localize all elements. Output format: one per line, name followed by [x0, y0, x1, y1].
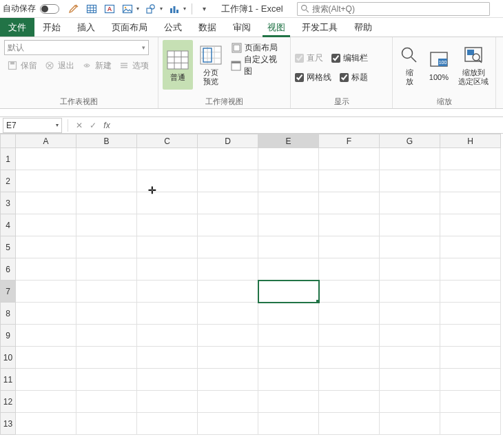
cell[interactable]: [319, 413, 380, 435]
row-header[interactable]: 11: [1, 369, 16, 391]
column-header[interactable]: C: [137, 134, 198, 148]
cell[interactable]: [198, 303, 258, 325]
cell[interactable]: [440, 170, 501, 192]
cell[interactable]: [258, 347, 319, 369]
cell[interactable]: [198, 281, 258, 303]
cell[interactable]: [258, 170, 319, 192]
cell[interactable]: [198, 236, 258, 258]
cell[interactable]: [440, 281, 501, 303]
cell[interactable]: [258, 391, 319, 413]
cell[interactable]: [380, 214, 440, 236]
cell[interactable]: [319, 236, 380, 258]
cell[interactable]: [198, 391, 258, 413]
cell[interactable]: [16, 148, 76, 170]
cell[interactable]: [440, 258, 501, 281]
row-header[interactable]: 2: [1, 170, 16, 192]
cell[interactable]: [380, 413, 440, 435]
tab-data[interactable]: 数据: [190, 18, 225, 37]
cell[interactable]: [319, 391, 380, 413]
row-header[interactable]: 1: [1, 148, 16, 170]
row-header[interactable]: 10: [1, 347, 16, 369]
cell[interactable]: [380, 303, 440, 325]
sheetview-new-button[interactable]: 新建: [79, 58, 114, 73]
cell[interactable]: [319, 281, 380, 303]
cell[interactable]: [137, 258, 198, 281]
spreadsheet-grid[interactable]: ABCDEFGH12345678910111213 ✛: [0, 134, 503, 435]
cell[interactable]: [137, 369, 198, 391]
column-header[interactable]: G: [380, 134, 440, 148]
select-all-corner[interactable]: [1, 134, 16, 148]
search-box[interactable]: [297, 2, 490, 16]
row-header[interactable]: 4: [1, 214, 16, 236]
cell[interactable]: [319, 148, 380, 170]
row-header[interactable]: 5: [1, 236, 16, 258]
cell[interactable]: [16, 413, 76, 435]
cell[interactable]: [16, 192, 76, 214]
cell[interactable]: [137, 236, 198, 258]
cell[interactable]: [16, 258, 76, 281]
cell[interactable]: [380, 347, 440, 369]
column-header[interactable]: D: [198, 134, 258, 148]
cell[interactable]: [319, 258, 380, 281]
checkbox-headings[interactable]: 标题: [340, 70, 368, 84]
cell[interactable]: [258, 192, 319, 214]
cell[interactable]: [16, 236, 76, 258]
cell[interactable]: [258, 258, 319, 281]
cell[interactable]: [198, 192, 258, 214]
cell[interactable]: [319, 170, 380, 192]
row-header[interactable]: 9: [1, 325, 16, 347]
shapes-icon[interactable]: [145, 3, 157, 15]
name-box[interactable]: E7 ▾: [3, 118, 62, 133]
cell[interactable]: [440, 369, 501, 391]
cell[interactable]: [76, 258, 137, 281]
table-icon[interactable]: [85, 3, 98, 15]
cell[interactable]: [198, 214, 258, 236]
checkbox-gridlines[interactable]: 网格线: [295, 70, 331, 84]
cell[interactable]: [440, 236, 501, 258]
cell[interactable]: [380, 192, 440, 214]
cell[interactable]: [16, 325, 76, 347]
cell[interactable]: [76, 281, 137, 303]
column-header[interactable]: E: [258, 134, 319, 148]
sheetview-exit-button[interactable]: 退出: [41, 58, 77, 73]
view-pagebreak-button[interactable]: 分页 预览: [196, 40, 226, 90]
tab-developer[interactable]: 开发工具: [294, 18, 346, 37]
cell[interactable]: [380, 325, 440, 347]
column-header[interactable]: F: [319, 134, 380, 148]
cell[interactable]: [76, 347, 137, 369]
cell[interactable]: [380, 391, 440, 413]
cell[interactable]: [76, 303, 137, 325]
row-header[interactable]: 12: [1, 391, 16, 413]
cell[interactable]: [198, 148, 258, 170]
cell[interactable]: [440, 347, 501, 369]
row-header[interactable]: 6: [1, 258, 16, 281]
column-header[interactable]: H: [440, 134, 501, 148]
cell[interactable]: [380, 148, 440, 170]
tab-review[interactable]: 审阅: [225, 18, 259, 37]
cell[interactable]: [198, 347, 258, 369]
cell[interactable]: [440, 413, 501, 435]
tab-pagelayout[interactable]: 页面布局: [103, 18, 156, 37]
sheetview-keep-button[interactable]: 保留: [4, 58, 40, 73]
cell[interactable]: [319, 369, 380, 391]
cell[interactable]: [76, 170, 137, 192]
cell[interactable]: [16, 170, 76, 192]
cell[interactable]: [440, 214, 501, 236]
cell[interactable]: [380, 281, 440, 303]
cell[interactable]: [76, 192, 137, 214]
zoom-selection-button[interactable]: 缩放到 选定区域: [456, 40, 491, 90]
cell[interactable]: [16, 347, 76, 369]
cell[interactable]: [198, 369, 258, 391]
chart-icon[interactable]: [168, 3, 181, 15]
row-header[interactable]: 7: [1, 281, 16, 303]
cell[interactable]: [258, 413, 319, 435]
cell[interactable]: [198, 413, 258, 435]
autosave-toggle[interactable]: [40, 4, 59, 14]
chevron-down-icon[interactable]: ▾: [183, 6, 186, 12]
cell[interactable]: [137, 148, 198, 170]
search-input[interactable]: [312, 4, 486, 14]
row-header[interactable]: 3: [1, 192, 16, 214]
cell[interactable]: [137, 347, 198, 369]
cell[interactable]: [258, 236, 319, 258]
cell[interactable]: [76, 413, 137, 435]
